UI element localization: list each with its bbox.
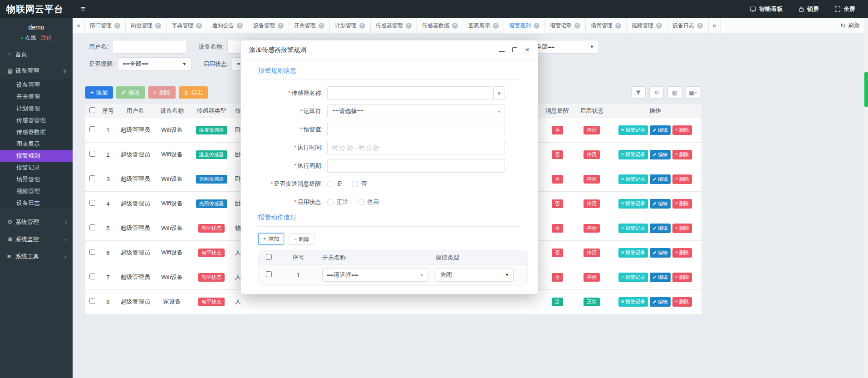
edit-row-button[interactable]: 编辑 <box>650 224 671 233</box>
sidebar-subitem[interactable]: 视频管理 <box>0 185 73 197</box>
row-checkbox[interactable] <box>89 126 95 132</box>
sidebar-item-device-management[interactable]: ▤设备管理 ∨ <box>0 63 73 79</box>
tab[interactable]: 设备管理 × <box>248 18 289 33</box>
edit-row-button[interactable]: 编辑 <box>650 125 671 135</box>
row-checkbox[interactable] <box>89 298 95 304</box>
tab[interactable]: 图表展示 × <box>463 18 504 33</box>
menu-lock-screen[interactable]: 锁屏 <box>798 5 819 13</box>
exec-time-input[interactable] <box>327 141 505 154</box>
tab-close-icon[interactable]: × <box>319 23 324 29</box>
export-button[interactable]: 导出 <box>179 86 208 99</box>
radio-yes[interactable]: 是 <box>327 180 343 188</box>
sidebar-item-collapsed[interactable]: ⚙系统管理 ‹ <box>0 214 73 231</box>
control-type-select[interactable]: 关闭 ▼ <box>436 268 514 282</box>
tab-close-icon[interactable]: × <box>534 23 539 29</box>
sidebar-subitem[interactable]: 计划管理 <box>0 103 73 114</box>
refresh-table-button[interactable]: ↻ <box>649 86 664 99</box>
grid-view-button[interactable]: ▦ ▾ <box>686 86 700 99</box>
columns-button[interactable]: ▥ <box>667 86 682 99</box>
tab-close-icon[interactable]: × <box>359 23 365 29</box>
sidebar-subitem[interactable]: 传感器管理 <box>0 114 73 126</box>
sidebar-item-collapsed[interactable]: ▣系统监控 ‹ <box>0 231 73 248</box>
sidebar-subitem[interactable]: 开关管理 <box>0 91 73 103</box>
tab[interactable]: 通知公告 × <box>207 18 248 33</box>
tab-close-icon[interactable]: × <box>406 23 412 29</box>
sidebar-subitem[interactable]: 图表展示 <box>0 138 73 150</box>
tab[interactable]: 部门管理 × <box>85 18 126 33</box>
sidebar-subitem[interactable]: 报警规则 <box>0 150 73 162</box>
edit-row-button[interactable]: 编辑 <box>650 150 671 159</box>
row-checkbox[interactable] <box>89 151 95 157</box>
delete-row-button[interactable]: ×删除 <box>672 297 692 307</box>
maximize-icon[interactable] <box>512 47 517 52</box>
remind-select[interactable]: ==全部== ▼ <box>118 57 191 71</box>
minimize-icon[interactable] <box>499 48 505 52</box>
tab-close-icon[interactable]: × <box>278 23 284 29</box>
tab-close-icon[interactable]: × <box>697 23 703 29</box>
delete-row-button[interactable]: ×删除 <box>672 224 692 233</box>
tab[interactable]: 报警记录 × <box>545 18 586 33</box>
sensor-name-input[interactable] <box>327 86 492 100</box>
tab-close-icon[interactable]: × <box>114 23 120 29</box>
row-checkbox[interactable] <box>89 200 95 206</box>
search-toggle-button[interactable] <box>631 86 646 99</box>
radio-normal[interactable]: 正常 <box>327 198 348 206</box>
delete-button[interactable]: ×删除 <box>148 86 176 99</box>
alarm-record-button[interactable]: ≡报警记录 <box>618 224 648 233</box>
delete-row-button[interactable]: ×删除 <box>672 174 692 184</box>
tab[interactable]: 传感器数据 × <box>417 18 463 33</box>
tab-close-icon[interactable]: × <box>615 23 621 29</box>
threshold-input[interactable] <box>327 123 505 136</box>
delete-row-button[interactable]: ×删除 <box>672 125 692 135</box>
add-action-row-button[interactable]: +增加 <box>258 233 284 245</box>
row-checkbox[interactable] <box>89 175 95 181</box>
sensor-dropdown-button[interactable]: ▾ <box>493 86 505 100</box>
alarm-record-button[interactable]: ≡报警记录 <box>618 273 648 282</box>
alarm-record-button[interactable]: ≡报警记录 <box>618 150 648 159</box>
tab[interactable]: 场景管理 × <box>586 18 627 33</box>
row-checkbox[interactable] <box>89 274 95 279</box>
close-icon[interactable]: × <box>525 46 530 54</box>
sidebar-item-home[interactable]: ⌂首页 <box>0 46 73 63</box>
tab[interactable]: 设备日志 × <box>667 18 708 33</box>
sidebar-item-collapsed[interactable]: ≡系统工具 ‹ <box>0 248 73 265</box>
tab[interactable]: 开关管理 × <box>289 18 330 33</box>
sidebar-subitem[interactable]: 传感器数据 <box>0 126 73 138</box>
sidebar-subitem[interactable]: 报警记录 <box>0 162 73 174</box>
logout-link[interactable]: 注销 <box>41 35 52 41</box>
select-all-checkbox[interactable] <box>89 107 95 113</box>
alarm-record-button[interactable]: ≡报警记录 <box>618 174 648 184</box>
tab[interactable]: 岗位管理 × <box>126 18 167 33</box>
row-checkbox[interactable] <box>266 271 272 277</box>
edit-button[interactable]: 修改 <box>116 86 145 99</box>
tab[interactable]: 计划管理 × <box>330 18 371 33</box>
refresh-tab-button[interactable]: ↻ 刷新 <box>832 18 868 33</box>
menu-smart-dashboard[interactable]: 智能看板 <box>750 5 783 13</box>
edit-row-button[interactable]: 编辑 <box>650 248 671 258</box>
tab-close-icon[interactable]: × <box>574 23 580 29</box>
edit-row-button[interactable]: 编辑 <box>650 273 671 282</box>
scrollbar[interactable] <box>864 18 868 378</box>
select-all-checkbox[interactable] <box>266 254 272 260</box>
tab-close-icon[interactable]: × <box>493 23 499 29</box>
dialog-header[interactable]: 添加传感器报警规则 × <box>241 40 538 60</box>
menu-fullscreen[interactable]: 全屏 <box>834 5 855 13</box>
tab-close-icon[interactable]: × <box>452 23 458 29</box>
delete-row-button[interactable]: ×删除 <box>672 150 692 159</box>
alarm-record-button[interactable]: ≡报警记录 <box>618 199 648 209</box>
tab-close-icon[interactable]: × <box>656 23 662 29</box>
remove-action-row-button[interactable]: −删除 <box>289 233 314 245</box>
delete-row-button[interactable]: ×删除 <box>672 248 692 258</box>
delete-row-button[interactable]: ×删除 <box>672 273 692 282</box>
row-checkbox[interactable] <box>89 224 95 230</box>
app-logo[interactable]: 物联网云平台 <box>0 0 73 18</box>
sidebar-toggle-icon[interactable]: ≡ <box>73 5 93 14</box>
tab-close-icon[interactable]: × <box>155 23 161 29</box>
exec-period-input[interactable] <box>327 159 505 173</box>
alarm-record-button[interactable]: ≡报警记录 <box>618 248 648 258</box>
tab[interactable]: 视频管理 × <box>627 18 667 33</box>
operator-select[interactable]: ==请选择== ▾ <box>327 104 505 118</box>
edit-row-button[interactable]: 编辑 <box>650 174 671 184</box>
sidebar-subitem[interactable]: 设备管理 <box>0 79 73 91</box>
tabs-scroll-left-button[interactable]: « <box>73 18 85 33</box>
